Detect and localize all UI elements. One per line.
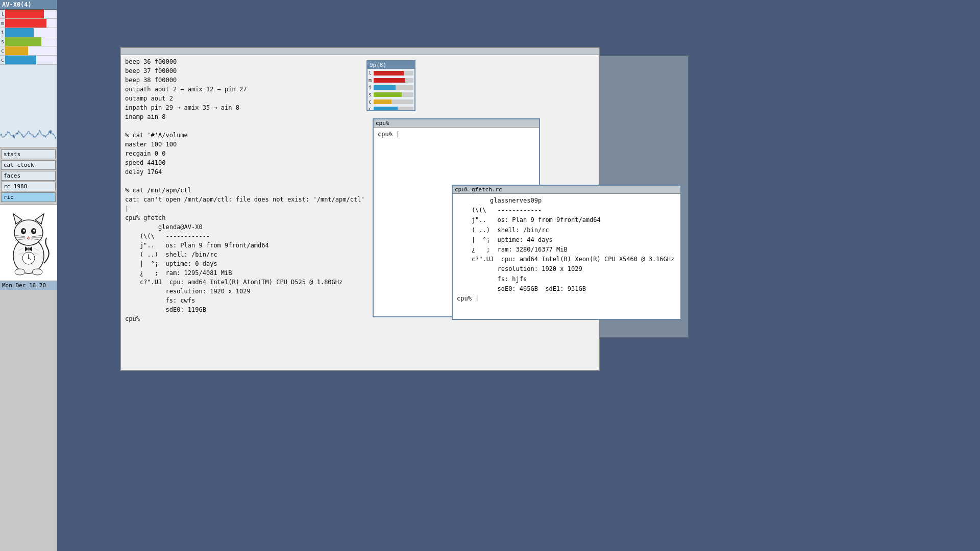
svg-point-17 [27,247,30,251]
svg-point-6 [23,230,25,232]
graph-bar-fill [5,28,34,37]
monitor-bar-fill [374,92,402,97]
cat-icon [6,210,52,276]
monitor-label: s [369,92,374,97]
graph-bar-row: c [0,46,57,56]
monitor-bar-fill [374,107,398,110]
sidebar-btn-rio[interactable]: rio [1,192,56,202]
graph-bar-row: m [0,19,57,28]
monitor-bar-bg [374,85,413,90]
window-9p[interactable]: 9p(8) lmiscc [366,60,415,111]
monitor-bar-fill [374,99,391,104]
graph-bar-row: c [0,56,57,65]
graph-bar-row: i [0,28,57,37]
svg-point-25 [28,257,30,259]
monitor-bar-fill [374,85,396,90]
graph-bar-label: l [0,11,5,17]
monitor-row: m [369,77,413,84]
sidebar-btn-stats[interactable]: stats [1,149,56,159]
monitor-row: s [369,91,413,98]
graph-bar-bg [5,19,57,28]
monitor-bar-fill [374,78,405,83]
monitor-label: c [369,106,374,110]
monitor-label: i [369,85,374,90]
graph-bar-label: c [0,48,5,54]
graph-bar-fill [5,46,28,55]
window-gfetch-content[interactable]: glassnerves09p (\(\ ------------ j".. os… [453,194,680,319]
graph-area: lmiscc [0,10,57,122]
monitor-bar-bg [374,92,413,97]
monitor-row: c [369,98,413,105]
window-9p-content: lmiscc [368,69,414,110]
window-gfetch-titlebar: cpu% gfetch.rc [453,186,680,194]
waveform-canvas [0,122,57,147]
monitor-bar-bg [374,107,413,110]
graph-bar-label: s [0,39,5,44]
svg-point-27 [32,269,42,275]
graph-bar-fill [5,37,41,46]
monitor-row: l [369,70,413,77]
sidebar-btn-cat-clock[interactable]: cat clock [1,160,56,170]
datetime-display: Mon Dec 16 20 [0,281,57,290]
sidebar-btn-rc-1988[interactable]: rc 1988 [1,182,56,191]
graph-bar-bg [5,56,57,64]
monitor-bar-bg [374,99,413,104]
waveform-area [0,122,57,147]
sidebar-btn-faces[interactable]: faces [1,171,56,181]
graph-bar-row: l [0,10,57,19]
monitor-row: c [369,106,413,110]
graph-bar-fill [5,10,44,18]
monitor-label: l [369,70,374,76]
graph-bar-label: m [0,20,5,26]
svg-point-26 [15,269,25,275]
window-cpu-small-titlebar: cpu% [374,119,539,128]
window-cpu-small-title: cpu% [376,120,389,127]
graph-bar-bg [5,37,57,46]
monitor-label: c [369,99,374,105]
graph-bar-bg [5,10,57,18]
window-9p-title: 9p(8) [370,62,386,68]
monitor-bar-fill [374,71,404,76]
monitor-bar-bg [374,78,413,83]
monitor-bar-bg [374,71,413,76]
graph-bar-fill [5,19,46,28]
monitor-label: m [369,78,374,83]
graph-bar-bg [5,28,57,37]
graph-bar-label: i [0,30,5,35]
monitor-row: i [369,84,413,91]
window-9p-titlebar: 9p(8) [368,61,414,69]
graph-bar-row: s [0,37,57,46]
window-gfetch-title: cpu% gfetch.rc [455,186,502,193]
svg-point-1 [14,220,43,245]
svg-point-7 [33,230,35,232]
graph-bar-label: c [0,57,5,63]
graph-bar-fill [5,56,36,64]
sidebar: AV-X0(4) lmiscc statscat clockfacesrc 19… [0,0,57,551]
sidebar-buttons: statscat clockfacesrc 1988rio [0,147,57,204]
sidebar-title: AV-X0(4) [0,0,57,10]
cat-widget [0,204,57,281]
window-gfetch[interactable]: cpu% gfetch.rc glassnerves09p (\(\ -----… [452,185,681,320]
main-terminal-titlebar [121,48,599,55]
graph-bar-bg [5,46,57,55]
